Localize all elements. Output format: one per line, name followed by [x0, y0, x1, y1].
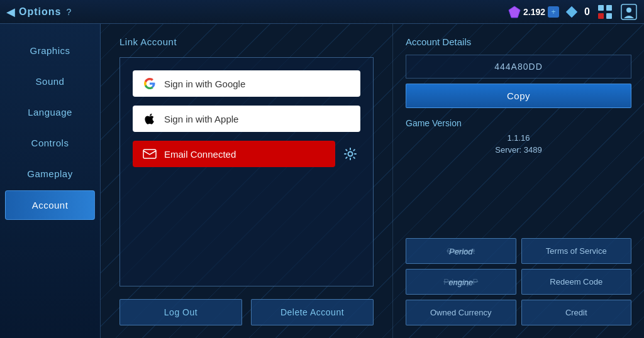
credit-button[interactable]: Credit: [521, 300, 632, 325]
terms-button[interactable]: Terms of Service: [521, 238, 632, 264]
currency-amount: 2.192: [523, 7, 545, 17]
svg-rect-9: [143, 150, 156, 158]
right-buttons-grid: Contact Period Terms of Service Privacy …: [406, 238, 631, 325]
zero-count: 0: [584, 6, 590, 18]
app-title: Options: [19, 6, 61, 18]
server-text: Server: 3489: [406, 145, 631, 155]
contact-button[interactable]: Contact Period: [406, 238, 516, 264]
sidebar-item-language[interactable]: Language: [0, 98, 100, 126]
email-connected-button[interactable]: Email Connected: [133, 141, 335, 167]
add-currency-button[interactable]: +: [548, 6, 559, 18]
privacy-button[interactable]: Privacy P engine: [406, 269, 516, 295]
link-account-title: Link Account: [119, 36, 374, 47]
diamond-icon: [565, 6, 578, 18]
sidebar-item-controls[interactable]: Controls: [0, 129, 100, 157]
svg-rect-5: [606, 13, 612, 19]
grid-icon[interactable]: [596, 3, 614, 21]
account-details-title: Account Details: [406, 36, 631, 47]
redeem-button[interactable]: Redeem Code: [521, 269, 632, 295]
right-panel: Account Details 444A80DD Copy Game Versi…: [392, 24, 644, 338]
top-bar: ◀ Options ? 2.192 + 0: [0, 0, 644, 24]
email-icon: [143, 147, 157, 161]
owned-currency-button[interactable]: Owned Currency: [406, 300, 516, 325]
svg-point-10: [348, 152, 353, 156]
svg-point-7: [626, 8, 631, 13]
profile-icon[interactable]: [620, 3, 638, 21]
version-text: 1.1.16: [406, 133, 631, 143]
sign-google-button[interactable]: Sign in with Google: [133, 70, 360, 97]
svg-rect-3: [606, 5, 612, 11]
svg-rect-2: [598, 5, 604, 11]
sidebar-item-gameplay[interactable]: Gameplay: [0, 160, 100, 188]
sign-apple-label: Sign in with Apple: [164, 114, 238, 124]
email-settings-button[interactable]: [340, 144, 360, 164]
back-button[interactable]: ◀: [6, 5, 15, 19]
svg-marker-1: [566, 6, 577, 18]
link-account-box: Sign in with Google Sign in with Apple: [119, 57, 374, 286]
svg-rect-4: [598, 13, 604, 19]
sidebar-item-sound[interactable]: Sound: [0, 67, 100, 95]
sign-google-label: Sign in with Google: [164, 79, 245, 89]
email-connected-label: Email Connected: [164, 149, 236, 160]
center-panel: Link Account Sign in with Google: [101, 24, 392, 338]
sidebar: Graphics Sound Language Controls Gamepla…: [0, 24, 101, 338]
copy-button[interactable]: Copy: [406, 84, 631, 108]
bottom-actions: Log Out Delete Account: [119, 299, 374, 325]
sign-apple-button[interactable]: Sign in with Apple: [133, 106, 360, 132]
email-connected-row: Email Connected: [133, 141, 360, 167]
gem-icon: [508, 6, 521, 18]
delete-account-button[interactable]: Delete Account: [251, 299, 374, 325]
help-icon[interactable]: ?: [66, 7, 71, 17]
sidebar-item-account[interactable]: Account: [5, 190, 95, 220]
sidebar-item-graphics[interactable]: Graphics: [0, 36, 100, 65]
google-icon: [143, 77, 157, 90]
apple-icon: [143, 112, 157, 126]
logout-button[interactable]: Log Out: [119, 299, 242, 325]
game-version-label: Game Version: [406, 118, 631, 128]
gem-currency: 2.192 +: [508, 6, 559, 18]
main-content: Graphics Sound Language Controls Gamepla…: [0, 24, 644, 338]
top-bar-right: 2.192 + 0: [508, 3, 638, 21]
svg-marker-0: [509, 6, 520, 18]
account-id-display: 444A80DD: [406, 55, 631, 79]
